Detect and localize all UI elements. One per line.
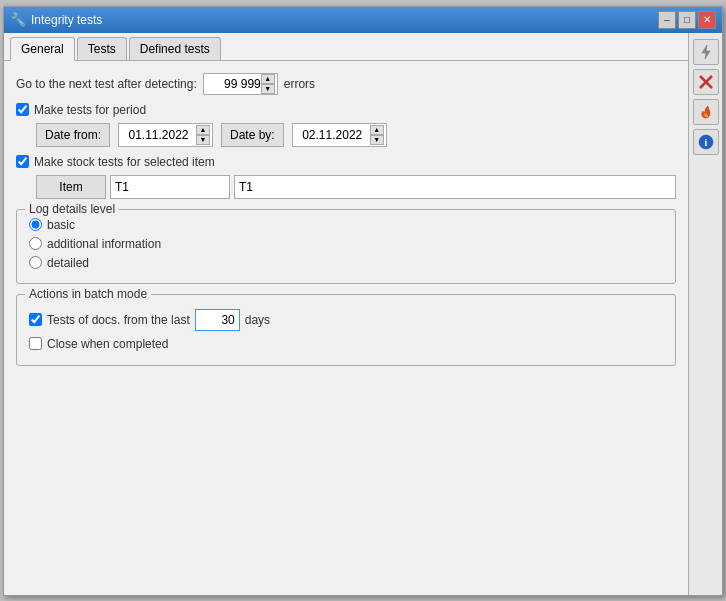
sidebar-btn-info[interactable]: i	[693, 129, 719, 155]
main-window: 🔧 Integrity tests – □ ✕ General Tests De…	[3, 6, 723, 596]
date-from-input[interactable]	[121, 128, 196, 142]
days-label: days	[245, 313, 270, 327]
log-detailed-radio[interactable]	[29, 256, 42, 269]
tests-docs-label: Tests of docs. from the last	[47, 313, 190, 327]
titlebar: 🔧 Integrity tests – □ ✕	[4, 7, 722, 33]
minimize-button[interactable]: –	[658, 11, 676, 29]
date-from-spinners: ▲ ▼	[196, 125, 210, 145]
titlebar-left: 🔧 Integrity tests	[10, 12, 102, 27]
tab-defined-tests[interactable]: Defined tests	[129, 37, 221, 60]
date-by-spinners: ▲ ▼	[370, 125, 384, 145]
log-group-label: Log details level	[25, 202, 119, 216]
date-from-spin-up[interactable]: ▲	[196, 125, 210, 135]
next-test-row: Go to the next test after detecting: ▲ ▼…	[16, 73, 676, 95]
sidebar-btn-close[interactable]	[693, 69, 719, 95]
errors-input-wrap: ▲ ▼	[203, 73, 278, 95]
log-additional-row: additional information	[29, 237, 663, 251]
date-from-button[interactable]: Date from:	[36, 123, 110, 147]
date-by-spin-down[interactable]: ▼	[370, 135, 384, 145]
next-test-label: Go to the next test after detecting:	[16, 77, 197, 91]
log-additional-radio[interactable]	[29, 237, 42, 250]
item-desc-input[interactable]	[234, 175, 676, 199]
content-area: General Tests Defined tests Go to the ne…	[4, 33, 722, 595]
close-completed-row: Close when completed	[29, 337, 663, 351]
tests-docs-row: Tests of docs. from the last days	[29, 309, 663, 331]
close-completed-label: Close when completed	[47, 337, 168, 351]
titlebar-icon: 🔧	[10, 12, 26, 27]
log-group: Log details level basic additional infor…	[16, 209, 676, 284]
item-button[interactable]: Item	[36, 175, 106, 199]
make-period-row: Make tests for period	[16, 103, 676, 117]
sidebar-btn-run[interactable]	[693, 39, 719, 65]
make-period-checkbox[interactable]	[16, 103, 29, 116]
log-detailed-label: detailed	[47, 256, 89, 270]
make-period-label: Make tests for period	[34, 103, 146, 117]
tab-general[interactable]: General	[10, 37, 75, 61]
batch-inner: Tests of docs. from the last days Close …	[29, 303, 663, 351]
date-row: Date from: ▲ ▼ Date by: ▲ ▼	[36, 123, 676, 147]
tests-docs-checkbox[interactable]	[29, 313, 42, 326]
date-by-input-wrap: ▲ ▼	[292, 123, 387, 147]
tab-tests[interactable]: Tests	[77, 37, 127, 60]
log-basic-radio[interactable]	[29, 218, 42, 231]
date-by-spin-up[interactable]: ▲	[370, 125, 384, 135]
log-basic-label: basic	[47, 218, 75, 232]
log-basic-row: basic	[29, 218, 663, 232]
make-stock-label: Make stock tests for selected item	[34, 155, 215, 169]
main-panel: General Tests Defined tests Go to the ne…	[4, 33, 688, 595]
info-icon: i	[697, 133, 715, 151]
batch-group: Actions in batch mode Tests of docs. fro…	[16, 294, 676, 366]
make-stock-row: Make stock tests for selected item	[16, 155, 676, 169]
errors-input[interactable]	[206, 77, 261, 91]
maximize-button[interactable]: □	[678, 11, 696, 29]
log-additional-label: additional information	[47, 237, 161, 251]
date-from-input-wrap: ▲ ▼	[118, 123, 213, 147]
titlebar-title: Integrity tests	[31, 13, 102, 27]
errors-spin-up[interactable]: ▲	[261, 74, 275, 84]
titlebar-buttons: – □ ✕	[658, 11, 716, 29]
days-input[interactable]	[195, 309, 240, 331]
sidebar-btn-flame[interactable]	[693, 99, 719, 125]
flame-icon	[697, 103, 715, 121]
log-detailed-row: detailed	[29, 256, 663, 270]
make-stock-checkbox[interactable]	[16, 155, 29, 168]
item-code-input[interactable]	[110, 175, 230, 199]
x-icon	[697, 73, 715, 91]
svg-text:i: i	[704, 137, 707, 148]
tab-content-general: Go to the next test after detecting: ▲ ▼…	[4, 61, 688, 595]
batch-group-label: Actions in batch mode	[25, 287, 151, 301]
errors-spinners: ▲ ▼	[261, 74, 275, 94]
errors-spin-down[interactable]: ▼	[261, 84, 275, 94]
close-button[interactable]: ✕	[698, 11, 716, 29]
sidebar: i	[688, 33, 722, 595]
close-completed-checkbox[interactable]	[29, 337, 42, 350]
errors-label: errors	[284, 77, 315, 91]
svg-marker-0	[702, 45, 710, 59]
date-by-button[interactable]: Date by:	[221, 123, 284, 147]
item-row: Item	[36, 175, 676, 199]
lightning-icon	[697, 43, 715, 61]
tabs-bar: General Tests Defined tests	[4, 33, 688, 61]
date-from-spin-down[interactable]: ▼	[196, 135, 210, 145]
date-by-input[interactable]	[295, 128, 370, 142]
